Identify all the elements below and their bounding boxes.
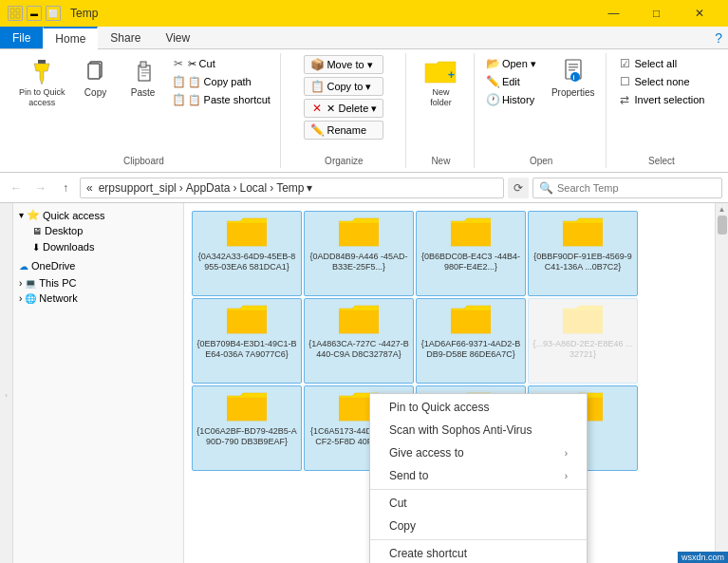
ctx-separator-2 [370, 539, 587, 540]
ctx-pin-quick-access[interactable]: Pin to Quick access [370, 396, 587, 419]
clipboard-items: Pin to Quickaccess Copy [13, 55, 274, 166]
copy-button[interactable]: Copy [73, 55, 119, 100]
folder-item-7[interactable]: {1AD6AF66-9371-4AD2-BDB9-D58E 86DE6A7C} [416, 298, 526, 384]
history-icon: 🕐 [486, 93, 499, 106]
paste-button[interactable]: Paste [121, 55, 166, 100]
up-button[interactable]: ↑ [55, 178, 76, 198]
svg-point-18 [570, 72, 580, 82]
tab-home[interactable]: Home [43, 27, 98, 49]
rename-button[interactable]: ✏️ Rename [304, 121, 383, 140]
breadcrumb-segment-3: AppData [186, 181, 231, 195]
close-button[interactable]: ✕ [678, 0, 720, 27]
select-none-icon: ☐ [618, 75, 631, 88]
folder-item-6[interactable]: {1A4863CA-727C -4427-B440-C9A D8C32787A} [304, 298, 414, 384]
minimize-icon-title: ▬ [27, 6, 42, 21]
breadcrumb-active: Temp [276, 181, 304, 195]
back-button[interactable]: ← [6, 178, 27, 198]
rename-label: Rename [327, 124, 366, 136]
nav-item-desktop[interactable]: 🖥 Desktop [28, 223, 183, 238]
forward-button[interactable]: → [30, 178, 51, 198]
ctx-create-shortcut[interactable]: Create shortcut [370, 542, 587, 563]
select-buttons: ☑ Select all ☐ Select none ⇄ Invert sele… [614, 55, 708, 122]
ctx-give-access[interactable]: Give access to › [370, 441, 587, 464]
history-button[interactable]: 🕐 History [482, 91, 540, 108]
ctx-send-to-arrow: › [565, 471, 568, 481]
new-group: + Newfolder New [408, 53, 475, 168]
folder-item-5[interactable]: {0EB709B4-E3D1-49C1-BE64-036A 7A9077C6} [192, 298, 302, 384]
help-icon[interactable]: ? [715, 30, 722, 46]
search-icon: 🔍 [539, 181, 553, 195]
ctx-cut[interactable]: Cut [370, 492, 587, 515]
folder-label-8: {...93-A86D-2E2-E8E46 ...32721} [532, 339, 633, 360]
nav-item-thispc[interactable]: › 💻 This PC [13, 275, 183, 291]
folder-icon-6 [339, 303, 379, 337]
folder-item-4[interactable]: {0BBF90DF-91EB-4569-9C41-136A ...0B7C2} [528, 211, 638, 296]
ctx-scan-label: Scan with Sophos Anti-Virus [389, 423, 532, 437]
scroll-up-arrow[interactable]: ▲ [719, 205, 726, 214]
folder-label-5: {0EB709B4-E3D1-49C1-BE64-036A 7A9077C6} [196, 339, 297, 360]
open-button[interactable]: 📂 Open ▾ [482, 55, 540, 72]
maximize-button[interactable]: □ [635, 0, 678, 27]
minimize-button[interactable]: — [592, 0, 635, 27]
new-items: + Newfolder [418, 55, 463, 166]
tab-file[interactable]: File [0, 27, 43, 48]
maximize-icon-title: ⬜ [46, 6, 61, 21]
refresh-button[interactable]: ⟳ [508, 178, 529, 198]
cut-button[interactable]: ✂ ✂ Cut [168, 55, 274, 72]
sidebar-collapse-arrow[interactable]: ‹ [5, 391, 8, 400]
tab-view[interactable]: View [153, 27, 202, 48]
folder-item-1[interactable]: {0A342A33-64D9-45EB-8955-03EA6 581DCA1} [192, 211, 302, 296]
copy-label: Copy [84, 87, 106, 98]
breadcrumb-segment-4: Local [239, 181, 267, 195]
invert-selection-button[interactable]: ⇄ Invert selection [614, 91, 708, 108]
breadcrumb[interactable]: « erpsupport_sipl › AppData › Local › Te… [80, 178, 504, 198]
ctx-send-to[interactable]: Send to › [370, 464, 587, 487]
new-folder-label: Newfolder [430, 87, 452, 108]
nav-item-onedrive[interactable]: ☁ OneDrive [13, 258, 183, 273]
copy-path-button[interactable]: 📋 📋 Copy path [168, 73, 274, 90]
properties-icon: i [562, 57, 585, 87]
edit-button[interactable]: ✏️ Edit [482, 73, 540, 90]
nav-item-network[interactable]: › 🌐 Network [13, 291, 183, 306]
desktop-icon: 🖥 [32, 226, 42, 236]
folder-item-3[interactable]: {0B6BDC0B-E4C3 -44B4-980F-E4E2...} [416, 211, 526, 296]
folder-item-8[interactable]: {...93-A86D-2E2-E8E46 ...32721} [528, 298, 638, 384]
delete-ribbon-button[interactable]: ✕ ✕ Delete ▾ [304, 99, 383, 118]
quick-access-items: 🖥 Desktop ⬇ Downloads [13, 223, 183, 254]
select-all-button[interactable]: ☑ Select all [614, 55, 708, 72]
nav-item-downloads[interactable]: ⬇ Downloads [28, 239, 183, 254]
select-none-button[interactable]: ☐ Select none [614, 73, 708, 90]
svg-rect-17 [569, 69, 575, 71]
copy-to-button[interactable]: 📋 Copy to ▾ [304, 77, 383, 96]
window-title: Temp [66, 7, 587, 20]
tab-share[interactable]: Share [98, 27, 153, 48]
vertical-scrollbar[interactable]: ▲ [715, 203, 728, 563]
new-folder-button[interactable]: + Newfolder [418, 55, 463, 110]
folder-item-9[interactable]: {1C06A2BF-BD79-42B5-A90D-790 DB3B9EAF} [192, 385, 302, 471]
search-bar[interactable]: 🔍 [532, 178, 722, 198]
nav-item-quick-access[interactable]: ▾ ⭐ Quick access [13, 207, 183, 223]
ctx-pin-label: Pin to Quick access [389, 401, 489, 414]
folder-label-1: {0A342A33-64D9-45EB-8955-03EA6 581DCA1} [196, 252, 297, 272]
folder-icon-2 [339, 216, 379, 250]
ctx-copy[interactable]: Copy [370, 515, 587, 537]
invert-icon: ⇄ [618, 93, 631, 106]
folder-item-2[interactable]: {0ADD84B9-A446 -45AD-B33E-25F5...} [304, 211, 414, 296]
select-group: ☑ Select all ☐ Select none ⇄ Invert sele… [608, 53, 714, 168]
scroll-thumb[interactable] [718, 216, 727, 235]
search-input[interactable] [557, 182, 716, 194]
move-to-button[interactable]: 📦 Move to ▾ [304, 55, 383, 74]
copy-path-label: 📋 Copy path [188, 76, 252, 88]
file-area[interactable]: {0A342A33-64D9-45EB-8955-03EA6 581DCA1} … [184, 203, 715, 563]
new-folder-icon: + [423, 57, 457, 87]
main-area: ‹ ▾ ⭐ Quick access 🖥 Desktop ⬇ Downloads… [0, 203, 728, 563]
open-items: 📂 Open ▾ ✏️ Edit 🕐 History [482, 55, 601, 166]
paste-shortcut-button[interactable]: 📋 📋 Paste shortcut [168, 91, 274, 108]
properties-button[interactable]: i Properties [546, 55, 601, 100]
ctx-give-access-arrow: › [565, 448, 568, 459]
network-icon: 🌐 [25, 293, 36, 304]
ctx-scan-sophos[interactable]: Scan with Sophos Anti-Virus [370, 419, 587, 441]
pin-quick-access-button[interactable]: Pin to Quickaccess [13, 55, 71, 110]
svg-rect-15 [569, 64, 578, 66]
svg-rect-11 [141, 72, 149, 74]
